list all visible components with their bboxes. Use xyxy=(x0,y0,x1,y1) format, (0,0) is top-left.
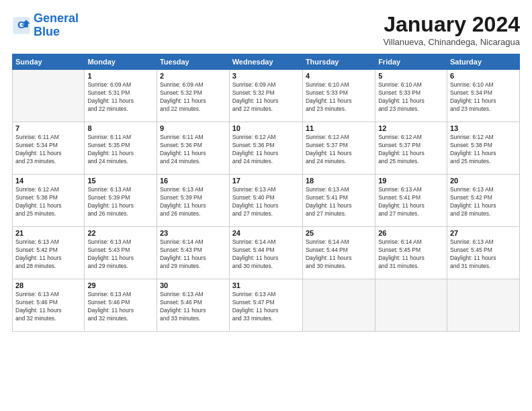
day-info: Sunrise: 6:12 AMSunset: 5:37 PMDaylight:… xyxy=(306,134,372,166)
calendar-cell xyxy=(13,70,85,122)
day-info: Sunrise: 6:12 AMSunset: 5:37 PMDaylight:… xyxy=(378,134,444,166)
calendar-cell: 10Sunrise: 6:12 AMSunset: 5:36 PMDayligh… xyxy=(229,122,302,175)
calendar-cell: 9Sunrise: 6:11 AMSunset: 5:36 PMDaylight… xyxy=(157,122,229,175)
calendar-cell: 26Sunrise: 6:14 AMSunset: 5:45 PMDayligh… xyxy=(375,227,447,279)
day-info: Sunrise: 6:13 AMSunset: 5:39 PMDaylight:… xyxy=(87,186,154,218)
day-header-sunday: Sunday xyxy=(13,54,85,70)
day-number: 8 xyxy=(87,124,154,132)
day-number: 27 xyxy=(450,229,517,237)
header-row: SundayMondayTuesdayWednesdayThursdayFrid… xyxy=(13,54,520,70)
day-info: Sunrise: 6:12 AMSunset: 5:38 PMDaylight:… xyxy=(450,134,517,166)
day-info: Sunrise: 6:13 AMSunset: 5:41 PMDaylight:… xyxy=(306,186,372,218)
day-info: Sunrise: 6:10 AMSunset: 5:33 PMDaylight:… xyxy=(306,81,372,113)
day-info: Sunrise: 6:09 AMSunset: 5:32 PMDaylight:… xyxy=(160,81,226,113)
day-info: Sunrise: 6:13 AMSunset: 5:47 PMDaylight:… xyxy=(232,291,300,323)
day-number: 26 xyxy=(378,229,444,237)
day-number: 19 xyxy=(378,177,444,185)
calendar-cell: 5Sunrise: 6:10 AMSunset: 5:33 PMDaylight… xyxy=(375,70,447,122)
calendar-cell: 28Sunrise: 6:13 AMSunset: 5:46 PMDayligh… xyxy=(13,279,85,332)
calendar-cell: 18Sunrise: 6:13 AMSunset: 5:41 PMDayligh… xyxy=(302,175,375,227)
day-number: 13 xyxy=(450,124,517,132)
calendar-cell: 13Sunrise: 6:12 AMSunset: 5:38 PMDayligh… xyxy=(447,122,519,175)
day-info: Sunrise: 6:14 AMSunset: 5:44 PMDaylight:… xyxy=(232,238,300,271)
day-header-friday: Friday xyxy=(375,54,447,70)
day-number: 6 xyxy=(450,72,517,80)
day-info: Sunrise: 6:11 AMSunset: 5:36 PMDaylight:… xyxy=(160,134,226,166)
day-info: Sunrise: 6:14 AMSunset: 5:45 PMDaylight:… xyxy=(378,238,444,271)
page: G General Blue January 2024 Villanueva, … xyxy=(0,0,532,411)
day-info: Sunrise: 6:13 AMSunset: 5:42 PMDaylight:… xyxy=(450,186,517,218)
day-number: 23 xyxy=(160,229,226,237)
day-number: 10 xyxy=(232,124,300,132)
calendar-cell: 25Sunrise: 6:14 AMSunset: 5:44 PMDayligh… xyxy=(302,227,375,279)
logo-text: General Blue xyxy=(34,12,79,39)
day-number: 11 xyxy=(306,124,372,132)
calendar-cell: 31Sunrise: 6:13 AMSunset: 5:47 PMDayligh… xyxy=(229,279,302,332)
calendar-cell: 8Sunrise: 6:11 AMSunset: 5:35 PMDaylight… xyxy=(85,122,157,175)
day-info: Sunrise: 6:13 AMSunset: 5:43 PMDaylight:… xyxy=(87,238,154,271)
day-info: Sunrise: 6:13 AMSunset: 5:40 PMDaylight:… xyxy=(232,186,300,218)
day-header-monday: Monday xyxy=(85,54,157,70)
calendar-cell: 22Sunrise: 6:13 AMSunset: 5:43 PMDayligh… xyxy=(85,227,157,279)
calendar-cell: 23Sunrise: 6:14 AMSunset: 5:43 PMDayligh… xyxy=(157,227,229,279)
calendar-cell: 16Sunrise: 6:13 AMSunset: 5:39 PMDayligh… xyxy=(157,175,229,227)
calendar-cell: 3Sunrise: 6:09 AMSunset: 5:32 PMDaylight… xyxy=(229,70,302,122)
location-subtitle: Villanueva, Chinandega, Nicaragua xyxy=(383,37,520,47)
calendar-cell: 29Sunrise: 6:13 AMSunset: 5:46 PMDayligh… xyxy=(85,279,157,332)
day-number: 7 xyxy=(15,124,81,132)
calendar-cell: 12Sunrise: 6:12 AMSunset: 5:37 PMDayligh… xyxy=(375,122,447,175)
day-info: Sunrise: 6:11 AMSunset: 5:34 PMDaylight:… xyxy=(15,134,81,166)
day-number: 28 xyxy=(15,281,81,289)
day-info: Sunrise: 6:14 AMSunset: 5:43 PMDaylight:… xyxy=(160,238,226,271)
day-info: Sunrise: 6:13 AMSunset: 5:39 PMDaylight:… xyxy=(160,186,226,218)
day-info: Sunrise: 6:13 AMSunset: 5:46 PMDaylight:… xyxy=(15,291,81,323)
month-title: January 2024 xyxy=(383,12,520,37)
day-info: Sunrise: 6:13 AMSunset: 5:45 PMDaylight:… xyxy=(450,238,517,271)
day-number: 3 xyxy=(232,72,300,80)
calendar-cell: 14Sunrise: 6:12 AMSunset: 5:38 PMDayligh… xyxy=(13,175,85,227)
logo-icon: G xyxy=(12,16,31,35)
day-header-saturday: Saturday xyxy=(447,54,519,70)
day-number: 1 xyxy=(87,72,154,80)
day-number: 30 xyxy=(160,281,226,289)
day-info: Sunrise: 6:12 AMSunset: 5:36 PMDaylight:… xyxy=(232,134,300,166)
calendar-cell: 19Sunrise: 6:13 AMSunset: 5:41 PMDayligh… xyxy=(375,175,447,227)
calendar-cell: 30Sunrise: 6:13 AMSunset: 5:46 PMDayligh… xyxy=(157,279,229,332)
day-info: Sunrise: 6:13 AMSunset: 5:41 PMDaylight:… xyxy=(378,186,444,218)
day-header-thursday: Thursday xyxy=(302,54,375,70)
calendar-cell: 15Sunrise: 6:13 AMSunset: 5:39 PMDayligh… xyxy=(85,175,157,227)
calendar-cell: 6Sunrise: 6:10 AMSunset: 5:34 PMDaylight… xyxy=(447,70,519,122)
header: G General Blue January 2024 Villanueva, … xyxy=(12,12,520,47)
calendar-cell: 2Sunrise: 6:09 AMSunset: 5:32 PMDaylight… xyxy=(157,70,229,122)
day-info: Sunrise: 6:09 AMSunset: 5:32 PMDaylight:… xyxy=(232,81,300,113)
day-number: 15 xyxy=(87,177,154,185)
day-number: 4 xyxy=(306,72,372,80)
day-number: 25 xyxy=(306,229,372,237)
day-number: 2 xyxy=(160,72,226,80)
calendar-cell: 1Sunrise: 6:09 AMSunset: 5:31 PMDaylight… xyxy=(85,70,157,122)
day-info: Sunrise: 6:12 AMSunset: 5:38 PMDaylight:… xyxy=(15,186,81,218)
day-info: Sunrise: 6:13 AMSunset: 5:46 PMDaylight:… xyxy=(87,291,154,323)
day-number: 5 xyxy=(378,72,444,80)
day-number: 9 xyxy=(160,124,226,132)
logo-line2: Blue xyxy=(34,25,60,38)
day-info: Sunrise: 6:10 AMSunset: 5:34 PMDaylight:… xyxy=(450,81,517,113)
title-block: January 2024 Villanueva, Chinandega, Nic… xyxy=(383,12,520,47)
day-info: Sunrise: 6:13 AMSunset: 5:42 PMDaylight:… xyxy=(15,238,81,271)
calendar-table: SundayMondayTuesdayWednesdayThursdayFrid… xyxy=(12,54,520,332)
calendar-cell: 24Sunrise: 6:14 AMSunset: 5:44 PMDayligh… xyxy=(229,227,302,279)
day-number: 29 xyxy=(87,281,154,289)
calendar-cell: 17Sunrise: 6:13 AMSunset: 5:40 PMDayligh… xyxy=(229,175,302,227)
day-number: 31 xyxy=(232,281,300,289)
day-number: 16 xyxy=(160,177,226,185)
day-number: 14 xyxy=(15,177,81,185)
calendar-cell: 4Sunrise: 6:10 AMSunset: 5:33 PMDaylight… xyxy=(302,70,375,122)
calendar-cell: 20Sunrise: 6:13 AMSunset: 5:42 PMDayligh… xyxy=(447,175,519,227)
calendar-cell xyxy=(447,279,519,332)
calendar-cell: 21Sunrise: 6:13 AMSunset: 5:42 PMDayligh… xyxy=(13,227,85,279)
calendar-cell: 27Sunrise: 6:13 AMSunset: 5:45 PMDayligh… xyxy=(447,227,519,279)
logo: G General Blue xyxy=(12,12,79,39)
calendar-cell xyxy=(375,279,447,332)
day-number: 21 xyxy=(15,229,81,237)
calendar-cell: 11Sunrise: 6:12 AMSunset: 5:37 PMDayligh… xyxy=(302,122,375,175)
